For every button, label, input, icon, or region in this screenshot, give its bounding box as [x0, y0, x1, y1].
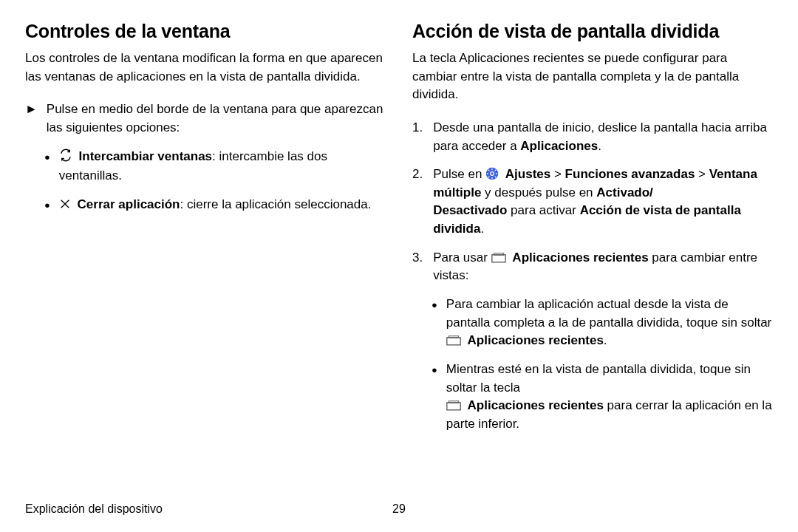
sub2-bold: Cerrar aplicación: [78, 197, 180, 211]
sub-item-text: Intercambiar ventanas: intercambie las d…: [59, 148, 386, 185]
svg-rect-12: [491, 255, 505, 262]
right-column: Acción de vista de pantalla dividida La …: [412, 21, 773, 444]
recent-apps-icon: [446, 398, 461, 409]
svg-rect-15: [449, 336, 458, 338]
s3a: Para usar: [433, 250, 491, 265]
b1a: Para cambiar la aplicación actual desde …: [446, 297, 771, 330]
two-column-layout: Controles de la ventana Los controles de…: [25, 21, 773, 444]
sub-item-close: ● Cerrar aplicación: cierre la aplicació…: [44, 196, 386, 216]
bullet-icon: ●: [44, 148, 50, 185]
step-2: 2. Pulse en Ajustes > Funciones avanzada…: [412, 166, 773, 239]
s2i: para activar: [507, 203, 579, 217]
svg-rect-14: [447, 338, 460, 345]
s1c: .: [598, 139, 601, 153]
sub-bullet-2: ● Mientras esté en la vista de pantalla …: [432, 361, 773, 434]
s2a: Pulse en: [433, 167, 485, 181]
s2h2: Desactivado: [433, 203, 507, 217]
recent-apps-icon: [491, 250, 506, 261]
sub-bullet-1: ● Para cambiar la aplicación actual desd…: [432, 296, 773, 350]
s2c: >: [550, 167, 565, 181]
left-heading: Controles de la ventana: [25, 21, 386, 42]
step-text: Desde una pantalla de inicio, deslice la…: [433, 119, 773, 155]
step-number: 3.: [412, 249, 423, 285]
bullet-icon: ●: [432, 361, 437, 434]
right-sublist: ● Para cambiar la aplicación actual desd…: [432, 296, 773, 433]
b2a: Mientras esté en la vista de pantalla di…: [446, 362, 751, 395]
swap-windows-icon: [59, 149, 72, 168]
settings-gear-icon: [485, 167, 499, 180]
step-number: 1.: [412, 119, 423, 155]
left-sublist: ● Intercambiar ventanas: intercambie las…: [44, 148, 386, 216]
b2b: Aplicaciones recientes: [468, 398, 604, 412]
sub1-bold: Intercambiar ventanas: [79, 149, 212, 163]
arrow-marker-icon: ►: [25, 100, 38, 137]
footer-page-number: 29: [392, 502, 406, 516]
step-3: 3. Para usar Aplicaciones recientes para…: [412, 249, 773, 285]
svg-rect-13: [494, 253, 503, 256]
step-1: 1. Desde una pantalla de inicio, deslice…: [412, 119, 773, 155]
sub-item-swap: ● Intercambiar ventanas: intercambie las…: [44, 148, 386, 185]
s2e: >: [695, 167, 709, 181]
svg-rect-16: [447, 403, 460, 410]
sub-bullet-text: Mientras esté en la vista de pantalla di…: [446, 361, 773, 434]
recent-apps-icon: [446, 333, 461, 344]
s2d: Funciones avanzadas: [565, 167, 695, 181]
sub-bullet-text: Para cambiar la aplicación actual desde …: [446, 296, 773, 350]
s2g: y después pulse en: [481, 185, 596, 200]
s2k: .: [480, 222, 484, 236]
right-lead: La tecla Aplicaciones recientes se puede…: [412, 50, 773, 104]
step-number: 2.: [412, 166, 423, 239]
page-footer: Explicación del dispositivo 29: [25, 502, 773, 516]
s3b: Aplicaciones recientes: [512, 250, 648, 265]
s2h: Activado/: [596, 185, 653, 200]
sub2-rest: : cierre la aplicación seleccionada.: [180, 197, 372, 211]
svg-rect-17: [449, 401, 458, 403]
left-instruction-text: Pulse en medio del borde de la ventana p…: [47, 100, 386, 137]
bullet-icon: ●: [44, 196, 50, 216]
bullet-icon: ●: [432, 296, 437, 350]
close-x-icon: [59, 197, 71, 216]
left-lead: Los controles de la ventana modifican la…: [25, 50, 386, 86]
footer-section-title: Explicación del dispositivo: [25, 502, 163, 516]
left-instruction: ► Pulse en medio del borde de la ventana…: [25, 100, 386, 137]
sub-item-text: Cerrar aplicación: cierre la aplicación …: [59, 196, 372, 216]
s2b: Ajustes: [505, 167, 550, 181]
s1b: Aplicaciones: [520, 139, 598, 153]
right-heading: Acción de vista de pantalla dividida: [412, 21, 773, 42]
step-text: Para usar Aplicaciones recientes para ca…: [433, 249, 773, 285]
left-column: Controles de la ventana Los controles de…: [25, 21, 386, 444]
step-text: Pulse en Ajustes > Funciones avanzadas >…: [433, 166, 773, 239]
b1b: Aplicaciones recientes: [468, 333, 604, 347]
b1c: .: [604, 333, 607, 347]
